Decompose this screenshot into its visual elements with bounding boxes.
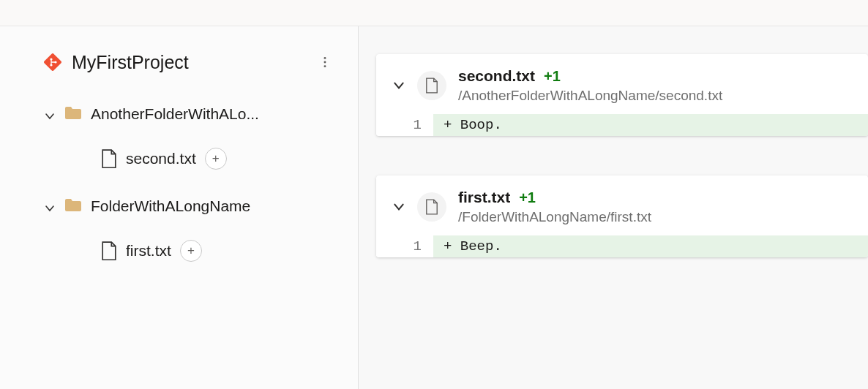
chevron-down-icon [44, 200, 56, 212]
diff-file-meta: second.txt +1 /AnotherFolderWithALongNam… [458, 67, 722, 104]
file-type-pill [417, 192, 446, 222]
diff-panel: second.txt +1 /AnotherFolderWithALongNam… [359, 26, 868, 389]
tree-folder-row[interactable]: FolderWithALongName [44, 190, 336, 222]
diff-file-meta: first.txt +1 /FolderWithALongName/first.… [458, 189, 651, 225]
svg-point-6 [324, 65, 326, 67]
diff-added-line: + Boop. [433, 114, 868, 136]
project-title: MyFirstProject [72, 52, 304, 73]
diff-file-name: second.txt [458, 67, 535, 85]
tree-folder-row[interactable]: AnotherFolderWithALo... [44, 98, 336, 130]
diff-additions-count: +1 [544, 68, 561, 85]
diff-card: second.txt +1 /AnotherFolderWithALongNam… [376, 54, 868, 136]
diff-additions-count: +1 [519, 189, 536, 206]
tree-file-label: second.txt [126, 150, 196, 167]
file-icon [425, 78, 438, 94]
diff-line-number: 1 [376, 235, 433, 257]
diff-added-line: + Beep. [433, 235, 868, 257]
diff-card-header[interactable]: first.txt +1 /FolderWithALongName/first.… [376, 175, 868, 235]
diff-file-path: /FolderWithALongName/first.txt [458, 209, 651, 225]
main-layout: MyFirstProject AnotherFolderWithALo... s… [0, 26, 868, 389]
diff-body: 1 + Boop. [376, 114, 868, 136]
folder-icon [64, 197, 82, 215]
tree-folder-label: AnotherFolderWithALo... [91, 105, 259, 123]
file-icon [101, 241, 117, 260]
tree-file-label: first.txt [126, 242, 171, 260]
chevron-down-icon [392, 200, 405, 214]
kebab-icon [318, 56, 332, 69]
plus-icon: + [212, 151, 220, 166]
top-toolbar [0, 0, 868, 26]
tree-file-row[interactable]: second.txt + [44, 140, 336, 177]
tree-folder-label: FolderWithALongName [91, 197, 250, 215]
add-file-button[interactable]: + [205, 148, 227, 170]
file-icon [425, 199, 438, 215]
diff-card-header[interactable]: second.txt +1 /AnotherFolderWithALongNam… [376, 54, 868, 114]
tree-file-row[interactable]: first.txt + [44, 233, 336, 269]
diff-line-number: 1 [376, 114, 433, 136]
chevron-down-icon [44, 108, 56, 120]
add-file-button[interactable]: + [180, 240, 202, 262]
diff-body: 1 + Beep. [376, 235, 868, 257]
diff-card: first.txt +1 /FolderWithALongName/first.… [376, 175, 868, 257]
file-icon [101, 149, 117, 168]
git-repo-icon [44, 53, 61, 71]
file-tree-sidebar: MyFirstProject AnotherFolderWithALo... s… [0, 26, 359, 389]
plus-icon: + [187, 243, 195, 258]
svg-point-5 [324, 61, 326, 64]
svg-point-4 [324, 57, 326, 59]
diff-file-name: first.txt [458, 189, 510, 206]
file-type-pill [417, 71, 446, 100]
chevron-down-icon [392, 79, 405, 92]
diff-file-path: /AnotherFolderWithALongName/second.txt [458, 88, 722, 104]
project-more-button[interactable] [314, 51, 336, 73]
project-header: MyFirstProject [44, 51, 336, 73]
folder-icon [64, 105, 82, 123]
